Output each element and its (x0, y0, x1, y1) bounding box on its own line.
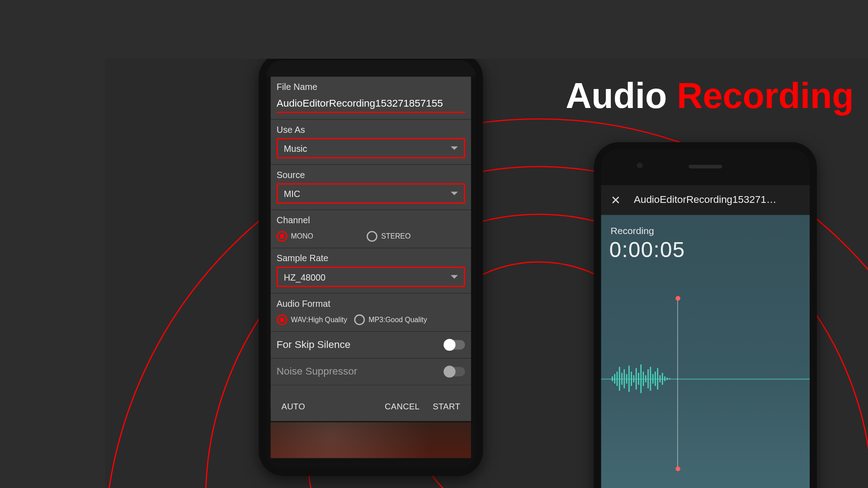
phone-screen: File Name Use As Music Source MIC (266, 60, 476, 469)
svg-rect-3 (619, 367, 620, 391)
svg-rect-5 (624, 369, 625, 388)
filename-label: File Name (277, 81, 465, 91)
svg-rect-16 (650, 367, 651, 391)
svg-rect-21 (662, 373, 663, 385)
noise-suppressor-label: Noise Suppressor (277, 366, 357, 377)
phone-settings: File Name Use As Music Source MIC (259, 59, 483, 476)
sample-rate-select[interactable]: HZ_48000 (277, 267, 465, 287)
headline-word-accent: Recording (677, 76, 854, 116)
front-camera (637, 163, 643, 169)
svg-rect-13 (643, 371, 644, 386)
close-icon[interactable]: ✕ (611, 193, 621, 207)
svg-rect-10 (636, 368, 637, 389)
phone-recorder: ✕ AudioEditorRecording153271… Recording … (594, 142, 817, 488)
recording-timer: 0:00:05 (609, 238, 685, 263)
sample-rate-section: Sample Rate HZ_48000 (271, 248, 471, 293)
noise-suppressor-row: Noise Suppressor (271, 358, 471, 385)
channel-section: Channel MONO STEREO (271, 210, 471, 248)
svg-rect-9 (633, 375, 635, 382)
source-label: Source (277, 169, 465, 179)
svg-rect-11 (638, 373, 639, 385)
radio-icon (367, 231, 377, 242)
svg-rect-15 (647, 369, 649, 388)
noise-suppressor-toggle[interactable] (445, 367, 465, 376)
sample-rate-label: Sample Rate (277, 253, 465, 263)
chevron-down-icon (451, 275, 458, 279)
skip-silence-label: For Skip Silence (277, 339, 350, 351)
playhead (677, 298, 678, 469)
headline-word: Audio (566, 76, 667, 116)
radio-label: MP3:Good Quality (368, 315, 427, 324)
audio-format-section: Audio Format WAV:High Quality MP3:Good Q… (271, 294, 471, 332)
source-value: MIC (284, 188, 300, 198)
source-select[interactable]: MIC (277, 183, 465, 204)
chevron-down-icon (451, 146, 458, 150)
svg-rect-7 (628, 366, 630, 392)
recorder-body: Recording 0:00:05 (601, 215, 810, 488)
recorder-toolbar: ✕ AudioEditorRecording153271… (601, 185, 810, 215)
svg-rect-1 (614, 374, 615, 384)
channel-radio-stereo[interactable]: STEREO (367, 231, 410, 242)
filename-section: File Name (271, 77, 471, 120)
dialog-actions: AUTO CANCEL START (271, 391, 471, 421)
svg-rect-24 (669, 378, 670, 380)
svg-rect-14 (645, 375, 646, 382)
channel-radio-mono[interactable]: MONO (277, 231, 313, 242)
svg-rect-23 (666, 378, 668, 380)
radio-label: STEREO (381, 232, 410, 240)
audio-format-label: Audio Format (277, 298, 465, 308)
skip-silence-row: For Skip Silence (271, 332, 471, 358)
svg-rect-8 (631, 371, 632, 386)
use-as-label: Use As (277, 124, 465, 134)
recording-status: Recording (611, 225, 654, 236)
svg-rect-0 (612, 376, 613, 381)
background-thumbnail (271, 422, 471, 458)
svg-rect-2 (617, 371, 618, 386)
recorder-title: AudioEditorRecording153271… (634, 194, 800, 206)
use-as-value: Music (284, 143, 307, 153)
svg-rect-4 (621, 373, 623, 385)
skip-silence-toggle[interactable] (445, 340, 465, 350)
cancel-button[interactable]: CANCEL (385, 401, 420, 411)
chevron-down-icon (451, 192, 458, 195)
radio-icon (277, 314, 288, 325)
use-as-section: Use As Music (271, 120, 471, 165)
source-section: Source MIC (271, 165, 471, 210)
waveform (601, 361, 810, 397)
auto-button[interactable]: AUTO (281, 401, 305, 411)
format-radio-wav[interactable]: WAV:High Quality (277, 314, 347, 325)
svg-rect-17 (652, 374, 654, 384)
svg-rect-22 (664, 376, 665, 381)
start-button[interactable]: START (433, 401, 460, 411)
speaker-grille (689, 165, 722, 169)
filename-input[interactable] (277, 95, 465, 113)
svg-rect-6 (626, 374, 627, 384)
phone-screen: ✕ AudioEditorRecording153271… Recording … (601, 149, 810, 488)
radio-label: MONO (291, 232, 313, 240)
headline: Audio Recording (566, 75, 854, 117)
format-radio-mp3[interactable]: MP3:Good Quality (354, 314, 427, 325)
channel-label: Channel (277, 215, 465, 225)
svg-rect-20 (660, 375, 661, 382)
svg-rect-12 (640, 365, 642, 393)
recording-options-dialog: File Name Use As Music Source MIC (271, 77, 471, 409)
radio-icon (277, 231, 288, 242)
radio-label: WAV:High Quality (291, 315, 347, 324)
sample-rate-value: HZ_48000 (284, 272, 326, 282)
waveform-icon (609, 361, 675, 397)
svg-rect-19 (657, 368, 658, 389)
radio-icon (354, 314, 365, 325)
use-as-select[interactable]: Music (277, 138, 465, 158)
promo-stage: Audio Recording Recording option File Na… (105, 59, 868, 488)
status-bar (266, 60, 476, 77)
svg-rect-18 (655, 371, 656, 386)
